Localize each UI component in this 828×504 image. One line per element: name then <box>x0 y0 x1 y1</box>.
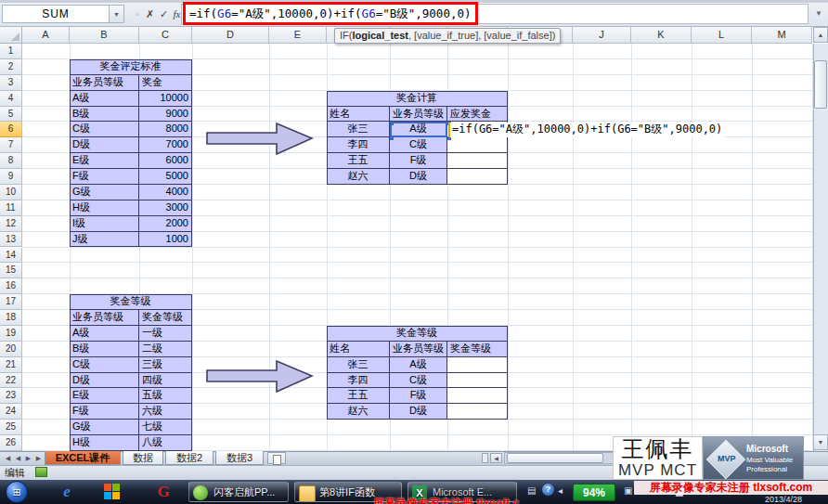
table-cell[interactable]: A级 <box>70 91 139 107</box>
table-cell[interactable]: J级 <box>70 232 139 248</box>
table-cell[interactable]: 10000 <box>139 91 192 107</box>
table-cell[interactable]: 7000 <box>139 137 192 153</box>
start-button[interactable]: ⊞ <box>6 481 28 503</box>
table-cell[interactable]: D级 <box>70 373 139 389</box>
table-cell[interactable]: 王五 <box>327 153 390 169</box>
table-header-cell[interactable]: 业务员等级 <box>70 75 139 91</box>
column-header-L[interactable]: L <box>692 27 752 44</box>
internet-explorer-icon[interactable]: e <box>58 483 76 501</box>
column-header-A[interactable]: A <box>22 27 70 44</box>
table-cell[interactable]: D级 <box>390 404 447 420</box>
tray-arrow-icon[interactable]: ◂ <box>558 485 563 496</box>
row-header-14[interactable]: 14 <box>0 248 22 264</box>
table-cell[interactable]: F级 <box>390 153 447 169</box>
name-box[interactable]: SUM <box>2 5 110 23</box>
column-header-B[interactable]: B <box>70 27 139 44</box>
table-cell[interactable] <box>447 388 508 404</box>
row-header-3[interactable]: 3 <box>0 75 22 91</box>
table-header-cell[interactable]: 姓名 <box>327 342 390 357</box>
table-cell[interactable]: 5000 <box>139 169 192 185</box>
name-box-dropdown-icon[interactable]: ▼ <box>110 5 124 23</box>
row-header-9[interactable]: 9 <box>0 169 22 185</box>
row-header-12[interactable]: 12 <box>0 216 22 232</box>
row-header-25[interactable]: 25 <box>0 420 22 435</box>
row-header-21[interactable]: 21 <box>0 357 22 373</box>
arrow-shape-top[interactable] <box>206 123 314 155</box>
taskbar-clock[interactable]: 2013/4/28 <box>765 495 802 504</box>
table-header-cell[interactable]: 应发奖金 <box>447 107 508 123</box>
table-cell[interactable]: H级 <box>70 435 139 451</box>
table-cell[interactable]: E级 <box>70 153 139 169</box>
select-all-corner[interactable] <box>0 27 22 44</box>
row-header-2[interactable]: 2 <box>0 59 22 75</box>
table-cell[interactable]: 1000 <box>139 232 192 248</box>
next-sheet-icon[interactable]: ▶ <box>23 453 33 463</box>
column-header-M[interactable]: M <box>752 27 812 44</box>
table-cell[interactable]: F级 <box>70 404 139 420</box>
table-cell[interactable]: 八级 <box>139 435 192 451</box>
row-header-24[interactable]: 24 <box>0 404 22 420</box>
table-cell[interactable]: 6000 <box>139 153 192 169</box>
table-header-cell[interactable]: 姓名 <box>327 107 390 123</box>
table-cell[interactable]: C级 <box>390 137 447 153</box>
tab-split-handle[interactable] <box>482 453 488 463</box>
table-cell[interactable]: 9000 <box>139 107 192 123</box>
row-header-5[interactable]: 5 <box>0 107 22 123</box>
table-cell[interactable]: A级 <box>70 326 139 342</box>
row-header-4[interactable]: 4 <box>0 91 22 107</box>
table-header-cell[interactable]: 奖金 <box>139 75 192 91</box>
column-header-K[interactable]: K <box>631 27 692 44</box>
row-header-17[interactable]: 17 <box>0 294 22 310</box>
column-header-J[interactable]: J <box>573 27 631 44</box>
row-header-6[interactable]: 6 <box>0 122 22 137</box>
scroll-down-icon[interactable]: ▼ <box>813 434 828 450</box>
column-header-C[interactable]: C <box>139 27 192 44</box>
table-title-grade-standard[interactable]: 奖金等级 <box>70 294 192 310</box>
table-cell[interactable] <box>447 137 508 153</box>
horizontal-scroll-thumb[interactable] <box>507 453 603 463</box>
table-cell[interactable] <box>447 404 508 420</box>
column-header-E[interactable]: E <box>269 27 327 44</box>
table-cell[interactable]: 五级 <box>139 388 192 404</box>
row-header-19[interactable]: 19 <box>0 326 22 342</box>
table-cell[interactable]: B级 <box>70 107 139 123</box>
row-header-8[interactable]: 8 <box>0 153 22 169</box>
taskbar-button-shanke[interactable]: 闪客启航PP... <box>188 482 289 502</box>
table-cell[interactable]: G级 <box>70 420 139 435</box>
arrow-shape-bottom[interactable] <box>206 360 314 393</box>
table-header-cell[interactable]: 奖金等级 <box>139 310 192 326</box>
table-cell[interactable]: 王五 <box>327 388 390 404</box>
formula-options-icon[interactable]: ◦ <box>130 5 144 23</box>
row-header-20[interactable]: 20 <box>0 342 22 357</box>
editing-cell-formula[interactable]: =if(G6="A级",10000,0)+if(G6="B级",9000,0) <box>448 123 724 137</box>
table-cell[interactable]: D级 <box>390 169 447 185</box>
row-header-16[interactable]: 16 <box>0 278 22 294</box>
table-cell[interactable]: 李四 <box>327 373 390 389</box>
table-cell[interactable]: 3000 <box>139 200 192 216</box>
table-cell[interactable]: 李四 <box>327 137 390 153</box>
table-cell[interactable]: 四级 <box>139 373 192 389</box>
table-cell[interactable]: 赵六 <box>327 404 390 420</box>
cancel-button[interactable]: ✗ <box>143 5 157 23</box>
table-title-bonus-calc[interactable]: 奖金计算 <box>327 91 508 107</box>
prev-sheet-icon[interactable]: ◀ <box>13 453 23 463</box>
table-cell[interactable]: F级 <box>390 388 447 404</box>
table-cell[interactable]: C级 <box>70 122 139 137</box>
table-cell[interactable]: 4000 <box>139 185 192 200</box>
table-cell[interactable]: C级 <box>70 357 139 373</box>
tray-touchpad-icon[interactable]: ▣ <box>624 485 632 496</box>
sheet-tab-4[interactable]: 数据3 <box>215 451 264 465</box>
table-title-grade-calc[interactable]: 奖金等级 <box>327 326 508 342</box>
table-cell[interactable]: 赵六 <box>327 169 390 185</box>
tray-help-icon[interactable]: ? <box>542 484 554 496</box>
table-cell[interactable]: 2000 <box>139 216 192 232</box>
scroll-up-icon[interactable]: ▲ <box>813 27 828 43</box>
table-title-bonus-standard[interactable]: 奖金评定标准 <box>70 59 192 75</box>
row-header-13[interactable]: 13 <box>0 232 22 248</box>
table-cell[interactable]: 七级 <box>139 420 192 435</box>
table-header-cell[interactable]: 业务员等级 <box>390 107 447 123</box>
table-cell[interactable]: 六级 <box>139 404 192 420</box>
ms-store-icon[interactable] <box>104 484 120 499</box>
table-cell[interactable] <box>447 357 508 373</box>
last-sheet-icon[interactable]: ▶ <box>33 453 44 463</box>
